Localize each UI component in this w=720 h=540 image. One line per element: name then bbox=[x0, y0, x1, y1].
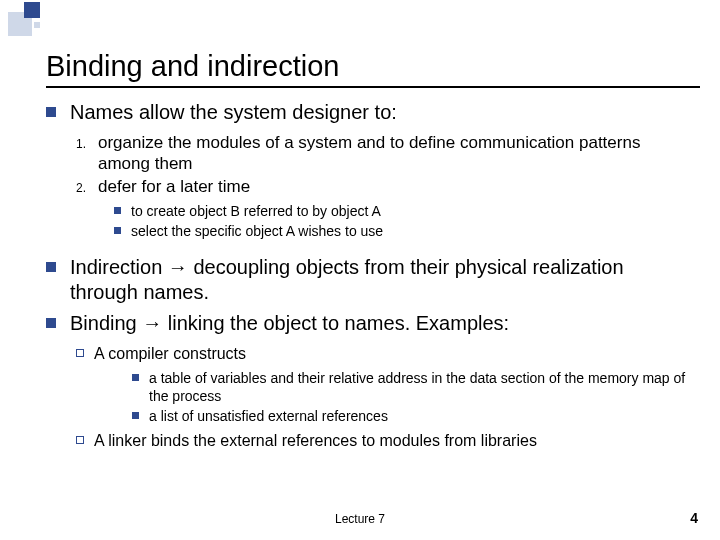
square-bullet-icon bbox=[46, 107, 56, 117]
square-bullet-icon bbox=[46, 318, 56, 328]
square-bullet-small-icon bbox=[132, 374, 139, 381]
square-outline-bullet-icon bbox=[76, 436, 84, 444]
sub-item: a table of variables and their relative … bbox=[132, 369, 696, 405]
open-bullet-list: A compiler constructs a table of variabl… bbox=[76, 344, 696, 452]
open-text: A linker binds the external references t… bbox=[94, 431, 537, 451]
bullet-3-text: Binding → linking the object to names. E… bbox=[70, 311, 509, 336]
numbered-label: 2. bbox=[76, 181, 98, 195]
numbered-item-2: 2. defer for a later time bbox=[76, 177, 696, 198]
sub-text: a table of variables and their relative … bbox=[149, 369, 696, 405]
slide-body: Names allow the system designer to: 1. o… bbox=[46, 100, 696, 455]
sub-list-1: to create object B referred to by object… bbox=[114, 202, 696, 240]
footer-lecture: Lecture 7 bbox=[0, 512, 720, 526]
sub-list-2: a table of variables and their relative … bbox=[132, 369, 696, 426]
bullet-1: Names allow the system designer to: bbox=[46, 100, 696, 125]
sub-item: a list of unsatisfied external reference… bbox=[132, 407, 696, 425]
square-outline-bullet-icon bbox=[76, 349, 84, 357]
sub-text: a list of unsatisfied external reference… bbox=[149, 407, 388, 425]
square-bullet-small-icon bbox=[114, 227, 121, 234]
bullet-2-text: Indirection → decoupling objects from th… bbox=[70, 255, 696, 305]
bullet-1-text: Names allow the system designer to: bbox=[70, 100, 397, 125]
sub-text: select the specific object A wishes to u… bbox=[131, 222, 383, 240]
square-bullet-small-icon bbox=[132, 412, 139, 419]
bullet-2: Indirection → decoupling objects from th… bbox=[46, 255, 696, 305]
square-bullet-small-icon bbox=[114, 207, 121, 214]
open-item-1: A compiler constructs bbox=[76, 344, 696, 364]
slide-title: Binding and indirection bbox=[46, 50, 339, 83]
sub-text: to create object B referred to by object… bbox=[131, 202, 381, 220]
numbered-list: 1. organize the modules of a system and … bbox=[76, 133, 696, 198]
bullet-3: Binding → linking the object to names. E… bbox=[46, 311, 696, 336]
numbered-text: defer for a later time bbox=[98, 177, 250, 198]
page-number: 4 bbox=[690, 510, 698, 526]
numbered-label: 1. bbox=[76, 137, 98, 151]
square-bullet-icon bbox=[46, 262, 56, 272]
numbered-item-1: 1. organize the modules of a system and … bbox=[76, 133, 696, 174]
open-text: A compiler constructs bbox=[94, 344, 246, 364]
corner-decoration bbox=[0, 0, 56, 44]
numbered-text: organize the modules of a system and to … bbox=[98, 133, 696, 174]
title-rule bbox=[46, 86, 700, 88]
sub-item: select the specific object A wishes to u… bbox=[114, 222, 696, 240]
open-item-2: A linker binds the external references t… bbox=[76, 431, 696, 451]
sub-item: to create object B referred to by object… bbox=[114, 202, 696, 220]
